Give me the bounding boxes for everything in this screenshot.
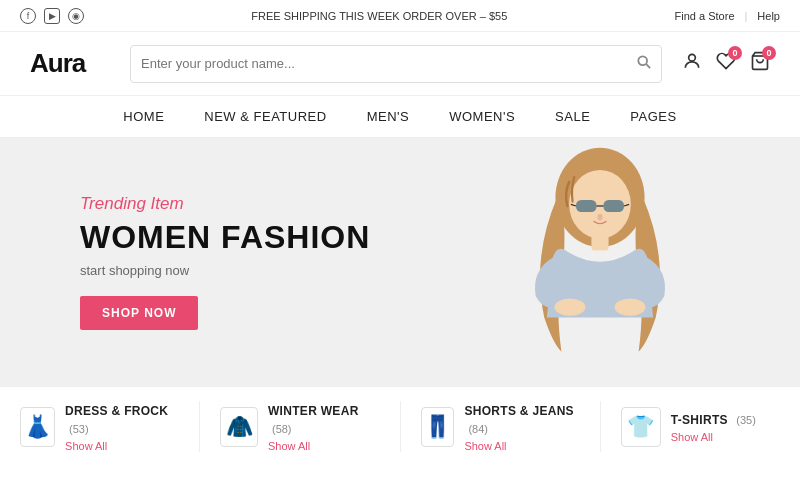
search-button[interactable] [637,55,651,72]
svg-point-2 [689,54,696,61]
main-nav: HOME NEW & FEATURED MEN'S WOMEN'S SALE P… [0,96,800,138]
hero-image [480,138,720,386]
top-bar: f ▶ ◉ FREE SHIPPING THIS WEEK ORDER OVER… [0,0,800,32]
svg-point-14 [597,214,602,221]
hero-subtitle: Trending Item [80,194,370,214]
account-icon[interactable] [682,51,702,76]
category-winter-wear[interactable]: 🧥 WINTER WEAR (58) Show All [200,401,400,452]
tshirts-label: T-SHIRTS (35) [671,410,756,428]
divider: | [745,10,748,22]
nav-home[interactable]: HOME [119,96,168,137]
winter-wear-label: WINTER WEAR (58) [268,401,380,437]
facebook-icon[interactable]: f [20,8,36,24]
svg-rect-6 [591,232,608,251]
dress-frock-info: DRESS & FROCK (53) Show All [65,401,179,452]
shorts-jeans-label: SHORTS & JEANS (84) [464,401,579,437]
hero-description: start shopping now [80,263,370,278]
shop-now-button[interactable]: SHOP NOW [80,296,198,330]
svg-point-8 [615,299,646,316]
search-bar [130,45,662,83]
logo[interactable]: Aura [30,48,110,79]
category-tshirts[interactable]: 👕 T-SHIRTS (35) Show All [601,407,800,447]
top-bar-links: Find a Store | Help [675,10,780,22]
shorts-jeans-icon: 👖 [421,407,455,447]
tshirts-info: T-SHIRTS (35) Show All [671,410,756,443]
category-bar: 👗 DRESS & FROCK (53) Show All 🧥 WINTER W… [0,386,800,466]
social-links: f ▶ ◉ [20,8,84,24]
wishlist-icon[interactable]: 0 [716,51,736,76]
shorts-jeans-info: SHORTS & JEANS (84) Show All [464,401,579,452]
header: Aura 0 0 [0,32,800,96]
shorts-jeans-link[interactable]: Show All [464,440,579,452]
category-shorts-jeans[interactable]: 👖 SHORTS & JEANS (84) Show All [401,401,601,452]
nav-sale[interactable]: SALE [551,96,594,137]
find-store-link[interactable]: Find a Store [675,10,735,22]
svg-point-0 [638,56,647,65]
winter-wear-info: WINTER WEAR (58) Show All [268,401,380,452]
hero-content: Trending Item WOMEN FASHION start shoppi… [0,194,450,330]
hero-title: WOMEN FASHION [80,220,370,255]
winter-wear-icon: 🧥 [220,407,258,447]
help-link[interactable]: Help [757,10,780,22]
category-dress-frock[interactable]: 👗 DRESS & FROCK (53) Show All [0,401,200,452]
instagram-icon[interactable]: ◉ [68,8,84,24]
dress-frock-icon: 👗 [20,407,55,447]
svg-point-7 [555,299,586,316]
nav-mens[interactable]: MEN'S [363,96,414,137]
svg-rect-10 [603,200,624,212]
header-actions: 0 0 [682,51,770,76]
winter-wear-link[interactable]: Show All [268,440,380,452]
tshirts-link[interactable]: Show All [671,431,756,443]
nav-pages[interactable]: PAGES [626,96,680,137]
svg-line-1 [646,64,650,68]
nav-new-featured[interactable]: NEW & FEATURED [200,96,330,137]
search-input[interactable] [141,56,637,71]
dress-frock-link[interactable]: Show All [65,440,179,452]
cart-badge: 0 [762,46,776,60]
nav-womens[interactable]: WOMEN'S [445,96,519,137]
dress-frock-label: DRESS & FROCK (53) [65,401,179,437]
wishlist-badge: 0 [728,46,742,60]
cart-icon[interactable]: 0 [750,51,770,76]
svg-rect-9 [576,200,597,212]
hero-banner: Trending Item WOMEN FASHION start shoppi… [0,138,800,386]
youtube-icon[interactable]: ▶ [44,8,60,24]
shipping-announcement: FREE SHIPPING THIS WEEK ORDER OVER – $55 [251,10,507,22]
tshirts-icon: 👕 [621,407,661,447]
